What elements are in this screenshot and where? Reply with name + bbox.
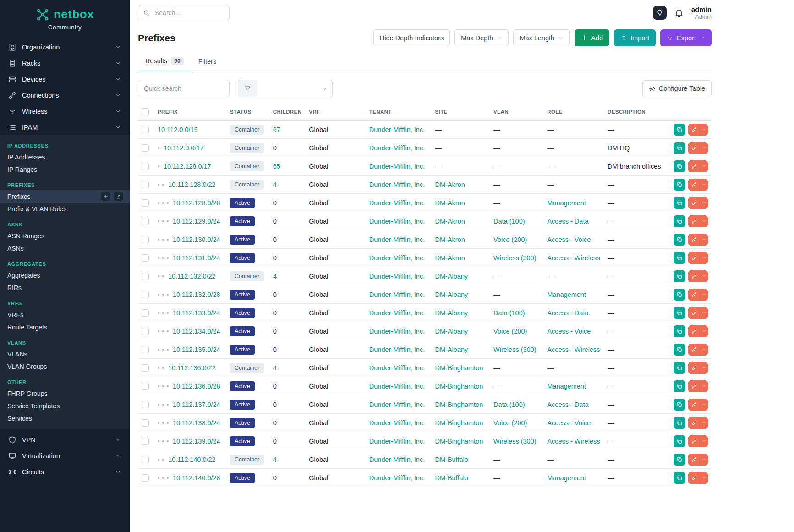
- edit-button[interactable]: [688, 435, 700, 447]
- prefix-link[interactable]: 10.112.131.0/24: [173, 254, 220, 262]
- filter-button[interactable]: [238, 80, 257, 97]
- prefix-link[interactable]: 10.112.132.0/28: [173, 291, 220, 298]
- notifications-bell-icon[interactable]: [674, 8, 684, 18]
- column-header-tenant[interactable]: TENANT: [366, 104, 432, 121]
- row-checkbox[interactable]: [142, 419, 149, 427]
- edit-button[interactable]: [688, 215, 700, 227]
- clone-button[interactable]: [674, 435, 685, 447]
- edit-button[interactable]: [688, 472, 700, 484]
- site-link[interactable]: DM-Buffalo: [435, 474, 468, 482]
- clone-button[interactable]: [674, 197, 685, 209]
- row-checkbox[interactable]: [142, 254, 149, 262]
- tenant-link[interactable]: Dunder-Mifflin, Inc.: [369, 419, 425, 427]
- sidebar-item-rirs[interactable]: RIRs: [0, 281, 130, 294]
- role-link[interactable]: Management: [547, 383, 586, 390]
- row-checkbox[interactable]: [142, 364, 149, 372]
- role-link[interactable]: Access - Data: [547, 218, 588, 225]
- row-checkbox[interactable]: [142, 291, 149, 298]
- tenant-link[interactable]: Dunder-Mifflin, Inc.: [369, 273, 425, 280]
- sidebar-item-prefix-vlan-roles[interactable]: Prefix & VLAN Roles: [0, 203, 130, 215]
- edit-button[interactable]: [688, 179, 700, 191]
- role-link[interactable]: Access - Wireless: [547, 254, 600, 262]
- sidebar-item-prefixes[interactable]: Prefixes: [0, 190, 130, 203]
- prefix-link[interactable]: 10.112.0.0/15: [158, 126, 198, 133]
- prefix-link[interactable]: 10.112.137.0/24: [173, 401, 220, 408]
- prefix-link[interactable]: 10.112.140.0/28: [173, 474, 220, 482]
- site-link[interactable]: DM-Binghamton: [435, 438, 483, 445]
- edit-dropdown-button[interactable]: [700, 215, 708, 227]
- edit-button[interactable]: [688, 197, 700, 209]
- row-checkbox[interactable]: [142, 218, 149, 225]
- role-link[interactable]: Management: [547, 291, 586, 298]
- clone-button[interactable]: [674, 289, 685, 301]
- children-count[interactable]: 4: [273, 364, 277, 372]
- clone-button[interactable]: [674, 325, 685, 337]
- edit-dropdown-button[interactable]: [700, 270, 708, 282]
- prefix-link[interactable]: 10.112.132.0/22: [168, 273, 216, 280]
- sidebar-item-devices[interactable]: Devices: [0, 71, 130, 87]
- tenant-link[interactable]: Dunder-Mifflin, Inc.: [369, 163, 425, 170]
- tab-results[interactable]: Results 90: [138, 52, 191, 71]
- tenant-link[interactable]: Dunder-Mifflin, Inc.: [369, 401, 425, 408]
- row-checkbox[interactable]: [142, 273, 149, 280]
- user-menu[interactable]: admin Admin: [691, 5, 712, 21]
- row-checkbox[interactable]: [142, 383, 149, 390]
- clone-button[interactable]: [674, 234, 685, 246]
- tenant-link[interactable]: Dunder-Mifflin, Inc.: [369, 438, 425, 445]
- site-link[interactable]: DM-Albany: [435, 291, 468, 298]
- edit-button[interactable]: [688, 234, 700, 246]
- row-checkbox[interactable]: [142, 309, 149, 317]
- vlan-link[interactable]: Data (100): [493, 401, 525, 408]
- prefix-link[interactable]: 10.112.129.0/24: [173, 218, 220, 225]
- edit-dropdown-button[interactable]: [700, 435, 708, 447]
- site-link[interactable]: DM-Akron: [435, 218, 465, 225]
- add-button[interactable]: Add: [575, 29, 609, 46]
- site-link[interactable]: DM-Buffalo: [435, 456, 468, 463]
- configure-table-button[interactable]: Configure Table: [642, 80, 712, 97]
- role-link[interactable]: Access - Wireless: [547, 438, 600, 445]
- role-link[interactable]: Access - Data: [547, 401, 588, 408]
- site-link[interactable]: DM-Binghamton: [435, 364, 483, 372]
- role-link[interactable]: Access - Data: [547, 309, 588, 317]
- sidebar-item-asns[interactable]: ASNs: [0, 242, 130, 254]
- edit-button[interactable]: [688, 124, 700, 136]
- clone-button[interactable]: [674, 307, 685, 319]
- select-all-checkbox[interactable]: [142, 108, 149, 115]
- role-link[interactable]: Access - Voice: [547, 236, 591, 243]
- clone-button[interactable]: [674, 344, 685, 356]
- column-header-children[interactable]: CHILDREN: [269, 104, 306, 121]
- site-link[interactable]: DM-Binghamton: [435, 401, 483, 408]
- sidebar-item-service-templates[interactable]: Service Templates: [0, 400, 130, 412]
- vlan-link[interactable]: Wireless (300): [493, 254, 536, 262]
- edit-dropdown-button[interactable]: [700, 362, 708, 374]
- role-link[interactable]: Management: [547, 474, 586, 482]
- tenant-link[interactable]: Dunder-Mifflin, Inc.: [369, 364, 425, 372]
- role-link[interactable]: Access - Voice: [547, 328, 591, 335]
- row-checkbox[interactable]: [142, 236, 149, 243]
- sidebar-item-aggregates[interactable]: Aggregates: [0, 269, 130, 281]
- row-checkbox[interactable]: [142, 163, 149, 170]
- row-checkbox[interactable]: [142, 401, 149, 408]
- import-button[interactable]: Import: [614, 29, 656, 46]
- children-count[interactable]: 4: [273, 273, 277, 280]
- sidebar-item-ip-addresses[interactable]: IP Addresses: [0, 151, 130, 163]
- children-count[interactable]: 4: [273, 181, 277, 188]
- clone-button[interactable]: [674, 399, 685, 411]
- clone-button[interactable]: [674, 270, 685, 282]
- row-checkbox[interactable]: [142, 181, 149, 188]
- sidebar-item-ip-ranges[interactable]: IP Ranges: [0, 163, 130, 176]
- edit-button[interactable]: [688, 454, 700, 466]
- tenant-link[interactable]: Dunder-Mifflin, Inc.: [369, 383, 425, 390]
- edit-button[interactable]: [688, 270, 700, 282]
- prefix-link[interactable]: 10.112.133.0/24: [173, 309, 220, 317]
- saved-filter-select[interactable]: [257, 80, 333, 97]
- edit-button[interactable]: [688, 325, 700, 337]
- prefix-link[interactable]: 10.112.128.0/28: [173, 199, 220, 207]
- sidebar-item-wireless[interactable]: Wireless: [0, 103, 130, 119]
- tenant-link[interactable]: Dunder-Mifflin, Inc.: [369, 291, 425, 298]
- quick-search-input[interactable]: [138, 80, 230, 97]
- tenant-link[interactable]: Dunder-Mifflin, Inc.: [369, 144, 425, 152]
- sidebar-item-asn-ranges[interactable]: ASN Ranges: [0, 230, 130, 242]
- sidebar-item-vpn[interactable]: VPN: [0, 432, 130, 448]
- vlan-link[interactable]: Data (100): [493, 309, 525, 317]
